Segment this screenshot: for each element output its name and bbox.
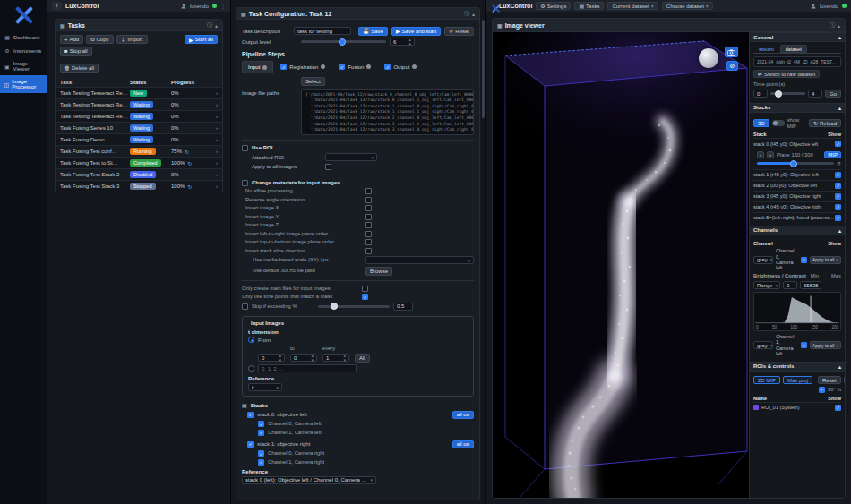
- reference-select[interactable]: t▾: [248, 383, 282, 391]
- tasks-button[interactable]: ▤Tasks: [574, 2, 604, 10]
- tab-fusion[interactable]: Fusion: [332, 60, 377, 73]
- task-description-input[interactable]: task for testing: [294, 27, 351, 35]
- histogram-chart[interactable]: 050100150200: [753, 292, 841, 331]
- channel-checkbox[interactable]: [258, 459, 264, 466]
- stacks-section-header[interactable]: Stacks▴: [750, 103, 845, 113]
- tab-checkbox[interactable]: [280, 64, 287, 70]
- task-row[interactable]: Task Fusing Series 10Waiting0%›: [56, 122, 222, 133]
- metadata-checkbox[interactable]: [365, 239, 372, 245]
- user-icon[interactable]: [181, 4, 186, 9]
- tab-output[interactable]: Output: [378, 60, 423, 73]
- task-row[interactable]: Task Fusing Test Stack 2Disabled0%›: [56, 168, 222, 180]
- min-input[interactable]: 0: [783, 281, 797, 289]
- settings-button[interactable]: ⚙Settings: [536, 2, 571, 10]
- roi-row[interactable]: ROI_01 (System): [753, 402, 841, 413]
- apply-to-all-button[interactable]: Apply to all▾: [810, 256, 841, 264]
- chevron-right-icon[interactable]: ›: [211, 102, 218, 107]
- skip-slider[interactable]: [318, 305, 390, 308]
- file-paths-box[interactable]: ['/data/2021-04/Task_12/raw/stack_0_chan…: [301, 89, 474, 135]
- 2d-mip-button[interactable]: 2D MIP: [753, 376, 780, 384]
- sidebar-item-image-viewer[interactable]: ▣Image Viewer: [0, 57, 47, 75]
- general-section-header[interactable]: General▴: [750, 32, 845, 42]
- roi-show-checkbox[interactable]: [835, 405, 841, 411]
- user-icon[interactable]: [811, 4, 816, 9]
- stack-show-checkbox[interactable]: [835, 193, 841, 200]
- collapse-icon[interactable]: ▴: [838, 227, 841, 234]
- reset-button[interactable]: ↺Reset: [444, 27, 474, 36]
- stack-checkbox[interactable]: [247, 441, 254, 448]
- select-files-button[interactable]: Select: [301, 77, 325, 86]
- choose-dataset-button[interactable]: Choose dataset▾: [662, 2, 713, 10]
- stack-row[interactable]: stack 1 (r45 y0): Objective left: [753, 169, 841, 180]
- rois-section-header[interactable]: ROIs & controls▴: [750, 362, 845, 372]
- channels-section-header[interactable]: Channels▴: [750, 226, 845, 235]
- stop-all-button[interactable]: ■Stop all: [60, 47, 92, 56]
- chevron-right-icon[interactable]: ›: [211, 172, 218, 177]
- copy-task-button[interactable]: ⧉Copy: [86, 35, 113, 44]
- tab-dataset[interactable]: dataset: [780, 45, 807, 53]
- sidebar-item-instruments[interactable]: ⚙Instruments: [0, 44, 47, 57]
- save-button[interactable]: 💾Save: [358, 27, 388, 36]
- tab-checkbox[interactable]: [384, 64, 391, 70]
- chevron-right-icon[interactable]: ›: [211, 114, 218, 119]
- task-row[interactable]: Task Testing Tesseract Re…Waiting0%›: [56, 98, 222, 110]
- time-point-input[interactable]: 0: [753, 90, 768, 98]
- all-button[interactable]: All: [355, 354, 370, 363]
- from-input[interactable]: 0▴▾: [258, 354, 285, 362]
- plane-reset-icon[interactable]: ↺: [837, 160, 841, 167]
- config-scrollbar[interactable]: [481, 13, 485, 504]
- browse-button[interactable]: Browse: [365, 267, 392, 276]
- plane-slider[interactable]: [757, 162, 834, 165]
- task-row[interactable]: Task Testing Tesseract Re…Waiting0%›: [56, 110, 222, 122]
- metadata-checkbox[interactable]: [365, 197, 372, 203]
- apply-to-all-button[interactable]: Apply to all▾: [810, 341, 841, 349]
- tab-stream[interactable]: stream: [753, 45, 779, 53]
- save-and-start-button[interactable]: ▶Save and start: [391, 27, 441, 36]
- collapse-icon[interactable]: ▴: [838, 34, 841, 40]
- max-proj-button[interactable]: Max proj: [783, 376, 812, 384]
- channel1-show-checkbox[interactable]: [801, 342, 807, 348]
- stack-show-checkbox[interactable]: [835, 215, 841, 221]
- plane-next-button[interactable]: ›: [767, 151, 774, 158]
- stack-show-checkbox[interactable]: [835, 141, 841, 147]
- task-row[interactable]: Task Fusing DemoWaiting0%›: [56, 133, 222, 145]
- attached-roi-select[interactable]: —▾: [325, 153, 377, 161]
- metadata-checkbox[interactable]: [365, 222, 372, 228]
- channel-checkbox[interactable]: [258, 421, 264, 427]
- time-max-input[interactable]: 4: [808, 90, 822, 98]
- task-row[interactable]: Task Fusing Test Stack 3Stopped100%↻›: [56, 180, 222, 192]
- stack-checkbox[interactable]: [247, 412, 254, 418]
- hide-all-button[interactable]: Hide all: [844, 376, 845, 384]
- chevron-right-icon[interactable]: ›: [211, 160, 218, 166]
- list-radio[interactable]: [248, 365, 254, 372]
- reload-button[interactable]: ↻Reload: [809, 119, 841, 127]
- chevron-right-icon[interactable]: ›: [211, 149, 218, 154]
- stack-all-on-button[interactable]: all on: [452, 411, 474, 419]
- metadata-checkbox[interactable]: [365, 231, 372, 237]
- tab-checkbox[interactable]: [339, 64, 345, 70]
- show-mip-toggle[interactable]: [772, 120, 785, 126]
- add-task-button[interactable]: +Add: [60, 35, 83, 44]
- apply-all-images-checkbox[interactable]: [325, 164, 331, 170]
- channel0-show-checkbox[interactable]: [801, 257, 807, 263]
- stack-row[interactable]: stack 0 (l45 y0): Objective left: [753, 138, 841, 149]
- stacks-reference-select[interactable]: stack 0 (left): Objective left / Channel…: [242, 476, 376, 484]
- range-radio[interactable]: [248, 337, 254, 343]
- stack-row[interactable]: stack 4 (r45 y0): Objective right: [753, 201, 841, 212]
- view-mode-button[interactable]: 3D: [753, 119, 769, 127]
- channel1-color-select[interactable]: gray▾: [753, 341, 773, 349]
- use-roi-checkbox[interactable]: [242, 145, 248, 151]
- channel-checkbox[interactable]: [258, 430, 264, 436]
- chevron-right-icon[interactable]: ›: [211, 184, 218, 189]
- stack-show-checkbox[interactable]: [835, 172, 841, 178]
- to-input[interactable]: 0▴▾: [290, 354, 317, 362]
- collapse-icon[interactable]: ▴: [215, 22, 218, 29]
- stack-show-checkbox[interactable]: [835, 183, 841, 189]
- chevron-right-icon[interactable]: ›: [211, 125, 218, 131]
- skip-checkbox[interactable]: [242, 303, 248, 310]
- info-icon[interactable]: ⓘ: [830, 21, 835, 30]
- task-row[interactable]: Task Testing Tesseract Re…New0%›: [56, 87, 222, 98]
- match-mask-checkbox[interactable]: [362, 294, 368, 300]
- go-button[interactable]: Go: [825, 90, 841, 98]
- stack-row[interactable]: stack 3 (l45 y0): Objective right: [753, 191, 841, 201]
